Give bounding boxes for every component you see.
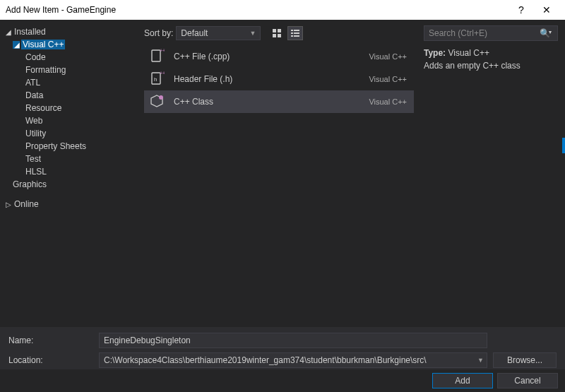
tree-label: Resource: [25, 103, 61, 113]
item-header-file[interactable]: h++ Header File (.h) Visual C++: [144, 68, 414, 90]
tree-label: Web: [25, 116, 42, 126]
svg-rect-0: [273, 29, 276, 32]
item-name: C++ File (.cpp): [174, 52, 369, 61]
svg-rect-5: [294, 30, 299, 31]
tree-item-web[interactable]: Web: [4, 114, 137, 127]
grid-icon: [272, 28, 282, 38]
tree-label: Formatting: [25, 65, 66, 75]
template-tree: ◢ Installed ◢ Visual C++ Code Formatting…: [0, 20, 141, 327]
location-combo[interactable]: C:\Workspace4Class\berthiaume2019winter_…: [99, 352, 487, 368]
browse-button[interactable]: Browse...: [493, 352, 557, 368]
item-cpp-class[interactable]: C++ Class Visual C++: [144, 90, 414, 113]
tree-item-property-sheets[interactable]: Property Sheets: [4, 140, 137, 153]
tree-item-atl[interactable]: ATL: [4, 76, 137, 89]
sort-row: Sort by: Default ▼: [144, 25, 414, 41]
header-file-icon: h++: [148, 71, 165, 88]
search-input[interactable]: Search (Ctrl+E) 🔍▾: [424, 25, 558, 41]
caret-down-icon: ◢: [13, 41, 20, 49]
info-type-value: Visual C++: [448, 48, 489, 58]
chevron-down-icon: ▼: [475, 352, 487, 368]
tree-label: Visual C++: [21, 40, 65, 49]
svg-rect-4: [291, 30, 293, 31]
svg-rect-9: [294, 35, 299, 37]
tree-item-formatting[interactable]: Formatting: [4, 64, 137, 76]
svg-rect-3: [278, 34, 281, 37]
item-lang: Visual C++: [369, 97, 407, 106]
view-small-icons-button[interactable]: [287, 26, 303, 40]
cancel-button[interactable]: Cancel: [497, 373, 558, 388]
tree-label: Utility: [25, 129, 46, 138]
svg-text:h: h: [154, 76, 157, 83]
help-button[interactable]: ?: [509, 0, 534, 20]
svg-rect-1: [278, 29, 281, 32]
tree-visual-cpp[interactable]: ◢ Visual C++: [4, 38, 137, 51]
add-button[interactable]: Add: [432, 373, 493, 388]
info-type-label: Type:: [424, 48, 446, 58]
svg-rect-6: [291, 32, 293, 34]
tree-label: Graphics: [13, 179, 47, 189]
tree-installed[interactable]: ◢ Installed: [4, 25, 137, 38]
item-lang: Visual C++: [369, 75, 407, 83]
tree-label: Property Sheets: [25, 141, 86, 151]
title-bar: Add New Item - GameEngine ? ✕: [0, 0, 565, 20]
cpp-file-icon: ++: [148, 48, 165, 65]
tree-label: Test: [25, 154, 41, 164]
sort-label: Sort by:: [144, 28, 173, 38]
info-type: Type: Visual C++: [424, 48, 558, 58]
tree-label: Code: [25, 52, 46, 62]
tree-online[interactable]: ▷ Online: [4, 198, 137, 210]
svg-rect-8: [291, 35, 293, 37]
tree-label: HLSL: [25, 167, 47, 177]
search-icon: 🔍▾: [540, 28, 553, 38]
tree-item-code[interactable]: Code: [4, 51, 137, 64]
bottom-form: Name: EngineDebugSingleton Location: C:\…: [0, 327, 565, 369]
svg-text:++: ++: [160, 71, 165, 76]
cancel-label: Cancel: [514, 376, 540, 386]
name-value: EngineDebugSingleton: [104, 335, 191, 345]
svg-rect-7: [294, 32, 299, 34]
list-icon: [290, 28, 300, 38]
svg-point-15: [159, 95, 163, 100]
tree-item-test[interactable]: Test: [4, 153, 137, 165]
chevron-down-icon: ▼: [249, 30, 256, 37]
caret-down-icon: ◢: [6, 28, 13, 36]
svg-text:++: ++: [160, 49, 165, 53]
sort-combo[interactable]: Default ▼: [176, 26, 261, 40]
item-lang: Visual C++: [369, 52, 407, 61]
tree-label: Data: [25, 90, 43, 100]
template-list-panel: Sort by: Default ▼ ++ C++ File (.cpp) Vi…: [141, 20, 417, 327]
view-medium-icons-button[interactable]: [269, 26, 285, 40]
tree-item-utility[interactable]: Utility: [4, 127, 137, 140]
item-name: Header File (.h): [174, 74, 369, 84]
browse-label: Browse...: [507, 355, 542, 365]
window-title: Add New Item - GameEngine: [6, 5, 509, 15]
tree-item-hlsl[interactable]: HLSL: [4, 165, 137, 178]
item-list: ++ C++ File (.cpp) Visual C++ h++ Header…: [144, 45, 414, 113]
name-label: Name:: [8, 335, 93, 345]
search-placeholder: Search (Ctrl+E): [429, 28, 487, 38]
close-button[interactable]: ✕: [534, 0, 559, 20]
info-desc: Adds an empty C++ class: [424, 61, 558, 71]
tree-item-data[interactable]: Data: [4, 89, 137, 102]
sort-value: Default: [181, 28, 208, 38]
item-cpp-file[interactable]: ++ C++ File (.cpp) Visual C++: [144, 45, 414, 68]
tree-label: ATL: [25, 78, 40, 88]
dialog-footer: Add Cancel: [0, 369, 565, 392]
tree-label: Online: [14, 199, 39, 209]
svg-rect-2: [273, 34, 276, 37]
cpp-class-icon: [148, 93, 165, 110]
scrollbar-thumb[interactable]: [562, 138, 565, 153]
location-value: C:\Workspace4Class\berthiaume2019winter_…: [104, 355, 427, 365]
item-name: C++ Class: [174, 97, 369, 107]
tree-label: Installed: [14, 27, 46, 37]
caret-right-icon: ▷: [6, 201, 13, 208]
name-input[interactable]: EngineDebugSingleton: [99, 333, 487, 348]
tree-graphics[interactable]: Graphics: [4, 178, 137, 191]
add-label: Add: [455, 376, 470, 386]
location-label: Location:: [8, 355, 93, 365]
main-area: ◢ Installed ◢ Visual C++ Code Formatting…: [0, 20, 565, 327]
tree-item-resource[interactable]: Resource: [4, 102, 137, 114]
info-panel: Search (Ctrl+E) 🔍▾ Type: Visual C++ Adds…: [417, 20, 565, 327]
